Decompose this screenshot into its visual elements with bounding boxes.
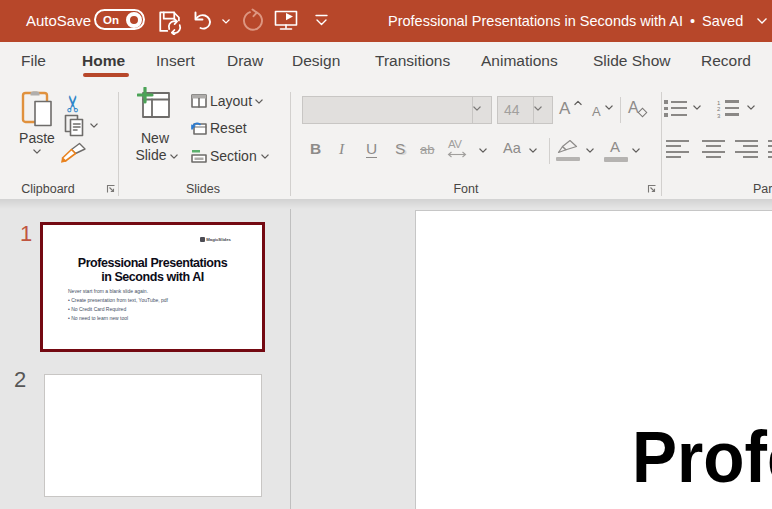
format-painter-icon	[61, 142, 89, 166]
reset-label: Reset	[210, 120, 247, 136]
slide-2-number: 2	[12, 368, 28, 391]
font-group-label: Font	[426, 182, 506, 196]
align-right-button[interactable]	[735, 140, 758, 158]
thumb-body-line: Never start from a blank slide again.	[68, 287, 168, 296]
font-color-chevron-icon[interactable]	[632, 148, 640, 154]
layout-dropdown-chevron-icon	[255, 99, 263, 105]
shrink-font-caret-icon	[605, 105, 613, 111]
autosave-toggle[interactable]: On	[94, 9, 145, 30]
strikethrough-button[interactable]: ab	[420, 142, 434, 157]
text-highlight-button[interactable]	[556, 139, 581, 163]
paragraph-group-label: Paragraph	[753, 182, 772, 196]
italic-label: I	[339, 140, 344, 157]
autosave-toggle-state: On	[103, 14, 119, 26]
window-title-status: Saved	[702, 13, 743, 29]
slides-group-label: Slides	[168, 182, 238, 196]
cut-icon: ✂	[60, 94, 87, 113]
paste-button[interactable]: Paste	[16, 87, 58, 163]
tab-insert[interactable]: Insert	[156, 52, 195, 70]
character-spacing-chevron-icon[interactable]	[479, 148, 487, 154]
change-case-chevron-icon[interactable]	[529, 148, 537, 154]
slide-1-thumbnail[interactable]: MagicSlides Professional Presentations i…	[40, 222, 265, 352]
new-slide-button[interactable]: New Slide	[130, 86, 180, 166]
font-size-combobox[interactable]: 44	[497, 96, 553, 124]
window-title-text: Professional Presentations in Seconds wi…	[388, 13, 683, 29]
mini-separator	[620, 97, 621, 123]
slide-1-number: 1	[18, 222, 34, 245]
format-painter-button[interactable]	[61, 142, 89, 166]
change-case-button[interactable]: Aa	[503, 140, 521, 156]
font-dialog-launcher[interactable]	[647, 184, 657, 194]
new-slide-label-line2: Slide	[126, 147, 176, 163]
thumb-body-line: • No Credit Card Required	[68, 305, 168, 314]
clipboard-dialog-launcher[interactable]	[106, 184, 116, 194]
save-icon[interactable]	[155, 7, 183, 35]
bullets-button[interactable]	[664, 100, 688, 117]
change-case-label: Aa	[503, 140, 521, 156]
redo-icon	[244, 12, 262, 29]
canvas-slide-title[interactable]: Professional Presentations in Seconds wi…	[632, 420, 772, 493]
undo-button[interactable]	[191, 9, 216, 33]
undo-dropdown-chevron-icon[interactable]	[221, 18, 231, 25]
magicslides-logo-icon	[200, 237, 205, 242]
tab-file[interactable]: File	[21, 52, 46, 70]
present-button[interactable]	[272, 8, 300, 34]
highlighter-icon	[556, 139, 580, 155]
tab-animations[interactable]: Animations	[481, 52, 558, 70]
highlight-color-bar	[556, 157, 580, 161]
shrink-font-button[interactable]: A	[588, 96, 617, 124]
tab-transitions[interactable]: Transitions	[375, 52, 450, 70]
grow-font-button[interactable]: A	[556, 96, 585, 124]
numbering-button[interactable]: 123	[716, 99, 742, 118]
cut-button[interactable]: ✂	[63, 90, 85, 112]
text-shadow-button[interactable]: S	[395, 139, 405, 159]
paste-label: Paste	[16, 130, 58, 146]
align-left-button[interactable]	[666, 140, 689, 158]
section-button[interactable]: Section	[189, 147, 271, 165]
qat-customize-button[interactable]	[313, 13, 330, 29]
font-name-chevron[interactable]	[472, 97, 491, 123]
autosave-toggle-knob	[126, 12, 142, 28]
thumb-body-line: • No need to learn new tool	[68, 314, 168, 323]
svg-text:2: 2	[717, 106, 721, 112]
align-justify-button[interactable]	[768, 140, 772, 158]
tab-design[interactable]: Design	[292, 52, 340, 70]
numbering-digits-icon: 123	[716, 99, 723, 118]
clear-formatting-button[interactable]: A	[626, 96, 654, 124]
tab-slide-show[interactable]: Slide Show	[593, 52, 671, 70]
title-dropdown-chevron-icon[interactable]	[756, 17, 768, 25]
thumb-slide-title-line1: Professional Presentations	[43, 256, 262, 270]
font-size-chevron[interactable]	[533, 97, 552, 123]
font-color-button[interactable]: A	[604, 138, 629, 163]
copy-dropdown-chevron-icon[interactable]	[90, 123, 98, 129]
tab-home[interactable]: Home	[82, 52, 125, 70]
character-spacing-label: AV	[448, 138, 462, 150]
numbering-chevron-icon[interactable]	[747, 105, 755, 111]
character-spacing-button[interactable]: AV	[447, 138, 473, 160]
svg-text:3: 3	[717, 113, 721, 119]
magicslides-logo: MagicSlides	[200, 237, 231, 242]
slide-2-thumbnail[interactable]	[44, 374, 262, 497]
highlight-chevron-icon[interactable]	[586, 148, 594, 154]
underline-button[interactable]: U	[366, 139, 377, 159]
clipboard-group-label: Clipboard	[8, 182, 88, 196]
redo-button[interactable]	[240, 8, 266, 34]
panel-divider	[290, 209, 291, 509]
slide-canvas[interactable]: Professional Presentations in Seconds wi…	[415, 210, 772, 509]
tab-draw[interactable]: Draw	[227, 52, 263, 70]
copy-button[interactable]	[64, 114, 86, 138]
bold-button[interactable]: B	[310, 139, 321, 159]
layout-button[interactable]: Layout	[189, 92, 267, 110]
window-title: Professional Presentations in Seconds wi…	[388, 0, 768, 42]
copy-icon	[64, 114, 86, 138]
section-label: Section	[210, 148, 257, 164]
reset-button[interactable]: Reset	[189, 119, 259, 137]
new-slide-label-line1: New	[130, 130, 180, 146]
italic-button[interactable]: I	[339, 139, 344, 159]
tab-record[interactable]: Record	[701, 52, 751, 70]
bullets-chevron-icon[interactable]	[693, 105, 701, 111]
font-name-combobox[interactable]	[302, 96, 492, 124]
new-slide-icon	[137, 87, 171, 121]
align-center-button[interactable]	[702, 140, 725, 158]
svg-text:1: 1	[717, 100, 721, 106]
